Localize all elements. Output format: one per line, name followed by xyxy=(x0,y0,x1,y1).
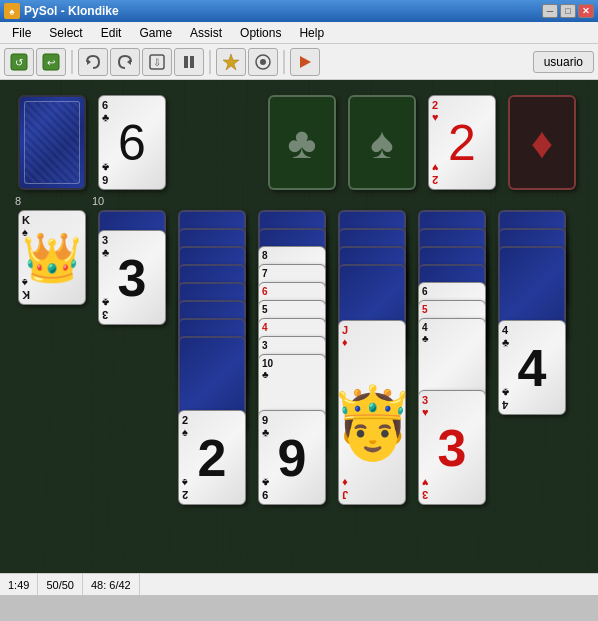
close-button[interactable]: ✕ xyxy=(578,4,594,18)
menu-edit[interactable]: Edit xyxy=(93,24,130,42)
svg-rect-8 xyxy=(184,56,188,68)
app-icon: ♠ xyxy=(4,3,20,19)
quit-button[interactable] xyxy=(290,48,320,76)
title-bar: ♠ PySol - Klondike ─ □ ✕ xyxy=(0,0,598,22)
svg-marker-4 xyxy=(87,59,91,65)
redo-button[interactable] xyxy=(110,48,140,76)
pause-button[interactable] xyxy=(174,48,204,76)
menu-options[interactable]: Options xyxy=(232,24,289,42)
tableau-col-6-top[interactable]: 4♣ 4 4♣ xyxy=(498,320,566,415)
window-title: PySol - Klondike xyxy=(24,4,119,18)
svg-text:↺: ↺ xyxy=(15,57,23,68)
menu-help[interactable]: Help xyxy=(291,24,332,42)
status-time: 1:49 xyxy=(0,574,38,595)
svg-text:↩: ↩ xyxy=(47,57,55,68)
status-score: 50/50 xyxy=(38,574,83,595)
col3-value: 9 xyxy=(278,432,307,484)
undo-button[interactable] xyxy=(78,48,108,76)
foundation-4[interactable]: ♦ xyxy=(508,95,576,190)
col1-value: 3 xyxy=(118,252,147,304)
menu-file[interactable]: File xyxy=(4,24,39,42)
svg-marker-5 xyxy=(127,59,131,65)
restart-button[interactable]: ↩ xyxy=(36,48,66,76)
menu-game[interactable]: Game xyxy=(131,24,180,42)
menu-bar: File Select Edit Game Assist Options Hel… xyxy=(0,22,598,44)
col5-value: 3 xyxy=(438,422,467,474)
svg-point-12 xyxy=(260,59,266,65)
menu-select[interactable]: Select xyxy=(41,24,90,42)
toolbar-separator-2 xyxy=(209,50,211,74)
options-button[interactable] xyxy=(248,48,278,76)
foundation-2[interactable]: ♠ xyxy=(348,95,416,190)
foundation-3[interactable]: 2♥ 2 2♥ xyxy=(428,95,496,190)
svg-text:⇩: ⇩ xyxy=(153,57,161,68)
menu-assist[interactable]: Assist xyxy=(182,24,230,42)
foundation-3-symbol: 2 xyxy=(448,118,476,168)
toolbar: ↺ ↩ ⇩ usuario xyxy=(0,44,598,80)
waste-bottom-value: 6♣ xyxy=(102,162,162,186)
tableau-col-3-top[interactable]: 9♣ 9 9♣ xyxy=(258,410,326,505)
toolbar-separator-1 xyxy=(71,50,73,74)
status-bar: 1:49 50/50 48: 6/42 xyxy=(0,573,598,595)
stock-pile[interactable] xyxy=(18,95,86,190)
waste-center-symbol: 6 xyxy=(118,118,146,168)
status-moves: 48: 6/42 xyxy=(83,574,140,595)
toolbar-separator-3 xyxy=(283,50,285,74)
foundation-3-bottom: 2♥ xyxy=(432,162,492,186)
user-button[interactable]: usuario xyxy=(533,51,594,73)
svg-rect-9 xyxy=(190,56,194,68)
tableau-col-1-top[interactable]: 3♣ 3 3♣ xyxy=(98,230,166,325)
minimize-button[interactable]: ─ xyxy=(542,4,558,18)
new-game-button[interactable]: ↺ xyxy=(4,48,34,76)
maximize-button[interactable]: □ xyxy=(560,4,576,18)
stats-button[interactable] xyxy=(216,48,246,76)
tableau-col-0[interactable]: K♠ 👑 K♠ xyxy=(18,210,86,305)
tableau-col-5-top[interactable]: 3♥ 3 3♥ xyxy=(418,390,486,505)
autodrop-button[interactable]: ⇩ xyxy=(142,48,172,76)
waste-pile[interactable]: 6♣ 6 6♣ xyxy=(98,95,166,190)
tableau-col-4-top[interactable]: J♦ 🤴 J♦ xyxy=(338,320,406,505)
foundation-1[interactable]: ♣ xyxy=(268,95,336,190)
col6-value: 4 xyxy=(518,342,547,394)
svg-marker-13 xyxy=(300,56,311,68)
svg-marker-10 xyxy=(223,54,239,70)
tableau-col-2-top[interactable]: 2♠ 2 2♠ xyxy=(178,410,246,505)
col2-value: 2 xyxy=(198,432,227,484)
game-area: 8 6♣ 6 6♣ 10 ♣ ♠ 2♥ 2 2♥ ♦ K♠ 👑 K♠ 3♣ 3 … xyxy=(0,80,598,573)
